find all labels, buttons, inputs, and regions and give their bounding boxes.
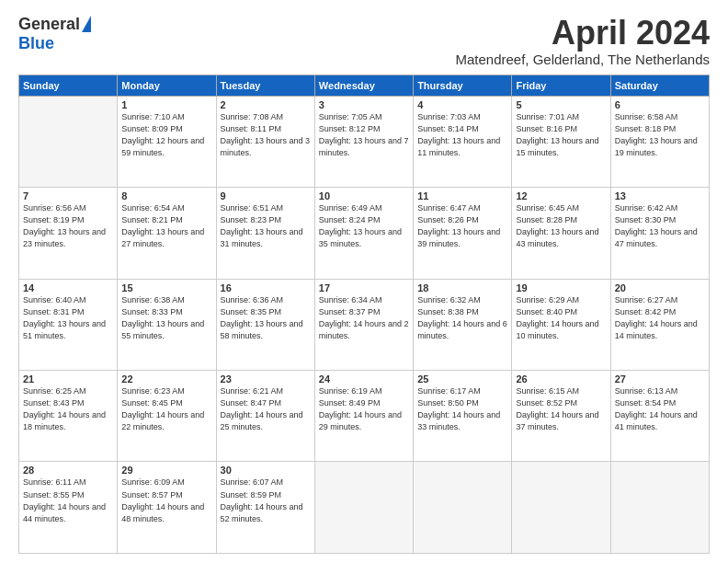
day-info: Sunrise: 6:49 AMSunset: 8:24 PMDaylight:… [319,202,409,250]
table-row [512,462,610,554]
page: General Blue April 2024 Matendreef, Geld… [0,0,728,563]
table-row: 6Sunrise: 6:58 AMSunset: 8:18 PMDaylight… [610,96,709,187]
table-row: 11Sunrise: 6:47 AMSunset: 8:26 PMDayligh… [414,188,512,279]
table-row: 27Sunrise: 6:13 AMSunset: 8:54 PMDayligh… [610,371,709,462]
day-number: 29 [121,465,211,476]
table-row: 4Sunrise: 7:03 AMSunset: 8:14 PMDaylight… [414,96,512,187]
day-info: Sunrise: 6:40 AMSunset: 8:31 PMDaylight:… [23,294,113,342]
day-info: Sunrise: 6:45 AMSunset: 8:28 PMDaylight:… [516,202,606,250]
day-number: 2 [221,99,311,110]
table-row: 8Sunrise: 6:54 AMSunset: 8:21 PMDaylight… [118,188,216,279]
col-saturday: Saturday [610,75,709,96]
calendar-week-row: 21Sunrise: 6:25 AMSunset: 8:43 PMDayligh… [19,371,710,462]
logo: General Blue [18,15,91,53]
title-block: April 2024 Matendreef, Gelderland, The N… [455,15,710,67]
col-thursday: Thursday [414,75,512,96]
table-row: 22Sunrise: 6:23 AMSunset: 8:45 PMDayligh… [118,371,216,462]
day-info: Sunrise: 6:51 AMSunset: 8:23 PMDaylight:… [221,202,311,250]
calendar-week-row: 1Sunrise: 7:10 AMSunset: 8:09 PMDaylight… [19,96,710,187]
col-friday: Friday [512,75,610,96]
day-number: 15 [121,282,211,293]
calendar-header-row: Sunday Monday Tuesday Wednesday Thursday… [19,75,710,96]
logo-general-text: General [18,15,80,34]
table-row: 10Sunrise: 6:49 AMSunset: 8:24 PMDayligh… [314,188,413,279]
day-number: 27 [615,373,705,385]
table-row: 21Sunrise: 6:25 AMSunset: 8:43 PMDayligh… [19,371,118,462]
table-row: 17Sunrise: 6:34 AMSunset: 8:37 PMDayligh… [314,279,413,370]
day-info: Sunrise: 6:32 AMSunset: 8:38 PMDaylight:… [417,294,507,342]
day-number: 9 [221,190,311,201]
table-row [314,462,413,554]
day-info: Sunrise: 6:09 AMSunset: 8:57 PMDaylight:… [121,477,211,524]
day-number: 23 [221,373,311,385]
day-number: 16 [221,282,311,293]
day-info: Sunrise: 6:42 AMSunset: 8:30 PMDaylight:… [615,202,705,250]
day-info: Sunrise: 7:01 AMSunset: 8:16 PMDaylight:… [516,111,606,159]
table-row: 30Sunrise: 6:07 AMSunset: 8:59 PMDayligh… [216,462,314,554]
day-info: Sunrise: 6:56 AMSunset: 8:19 PMDaylight:… [23,202,113,250]
calendar-table: Sunday Monday Tuesday Wednesday Thursday… [18,75,710,554]
day-number: 21 [23,373,113,385]
day-info: Sunrise: 6:54 AMSunset: 8:21 PMDaylight:… [121,202,211,250]
day-number: 28 [23,465,113,476]
day-number: 5 [516,99,606,110]
day-info: Sunrise: 6:34 AMSunset: 8:37 PMDaylight:… [319,294,409,342]
table-row: 24Sunrise: 6:19 AMSunset: 8:49 PMDayligh… [314,371,413,462]
day-number: 6 [615,99,705,110]
day-number: 3 [319,99,409,110]
day-number: 18 [417,282,507,293]
day-info: Sunrise: 6:27 AMSunset: 8:42 PMDaylight:… [615,294,705,342]
col-monday: Monday [118,75,216,96]
day-info: Sunrise: 7:05 AMSunset: 8:12 PMDaylight:… [319,111,409,159]
table-row: 1Sunrise: 7:10 AMSunset: 8:09 PMDaylight… [118,96,216,187]
day-number: 7 [23,190,113,201]
table-row: 16Sunrise: 6:36 AMSunset: 8:35 PMDayligh… [216,279,314,370]
day-info: Sunrise: 6:36 AMSunset: 8:35 PMDaylight:… [221,294,311,342]
day-number: 10 [319,190,409,201]
table-row: 9Sunrise: 6:51 AMSunset: 8:23 PMDaylight… [216,188,314,279]
day-info: Sunrise: 7:10 AMSunset: 8:09 PMDaylight:… [121,111,211,159]
location-subtitle: Matendreef, Gelderland, The Netherlands [455,52,710,67]
table-row: 25Sunrise: 6:17 AMSunset: 8:50 PMDayligh… [414,371,512,462]
day-number: 30 [221,465,311,476]
day-number: 26 [516,373,606,385]
table-row: 18Sunrise: 6:32 AMSunset: 8:38 PMDayligh… [414,279,512,370]
header: General Blue April 2024 Matendreef, Geld… [18,15,710,67]
table-row: 7Sunrise: 6:56 AMSunset: 8:19 PMDaylight… [19,188,118,279]
table-row: 23Sunrise: 6:21 AMSunset: 8:47 PMDayligh… [216,371,314,462]
table-row: 12Sunrise: 6:45 AMSunset: 8:28 PMDayligh… [512,188,610,279]
day-number: 25 [417,373,507,385]
table-row: 15Sunrise: 6:38 AMSunset: 8:33 PMDayligh… [118,279,216,370]
day-info: Sunrise: 6:47 AMSunset: 8:26 PMDaylight:… [417,202,507,250]
day-info: Sunrise: 7:08 AMSunset: 8:11 PMDaylight:… [221,111,311,159]
day-number: 24 [319,373,409,385]
day-number: 1 [121,99,211,110]
day-number: 17 [319,282,409,293]
day-number: 22 [121,373,211,385]
day-info: Sunrise: 6:58 AMSunset: 8:18 PMDaylight:… [615,111,705,159]
day-info: Sunrise: 6:38 AMSunset: 8:33 PMDaylight:… [121,294,211,342]
table-row: 26Sunrise: 6:15 AMSunset: 8:52 PMDayligh… [512,371,610,462]
table-row: 28Sunrise: 6:11 AMSunset: 8:55 PMDayligh… [19,462,118,554]
day-info: Sunrise: 6:13 AMSunset: 8:54 PMDaylight:… [615,385,705,433]
day-number: 11 [417,190,507,201]
table-row [19,96,118,187]
day-number: 14 [23,282,113,293]
day-number: 12 [516,190,606,201]
table-row: 29Sunrise: 6:09 AMSunset: 8:57 PMDayligh… [118,462,216,554]
day-number: 20 [615,282,705,293]
day-info: Sunrise: 6:17 AMSunset: 8:50 PMDaylight:… [417,385,507,433]
day-number: 13 [615,190,705,201]
calendar-week-row: 28Sunrise: 6:11 AMSunset: 8:55 PMDayligh… [19,462,710,554]
day-info: Sunrise: 6:15 AMSunset: 8:52 PMDaylight:… [516,385,606,433]
day-info: Sunrise: 6:21 AMSunset: 8:47 PMDaylight:… [221,385,311,433]
table-row [414,462,512,554]
day-info: Sunrise: 6:29 AMSunset: 8:40 PMDaylight:… [516,294,606,342]
col-tuesday: Tuesday [216,75,314,96]
day-info: Sunrise: 6:23 AMSunset: 8:45 PMDaylight:… [121,385,211,433]
day-number: 8 [121,190,211,201]
month-title: April 2024 [455,15,710,52]
logo-triangle-icon [82,16,91,32]
day-number: 19 [516,282,606,293]
table-row: 14Sunrise: 6:40 AMSunset: 8:31 PMDayligh… [19,279,118,370]
